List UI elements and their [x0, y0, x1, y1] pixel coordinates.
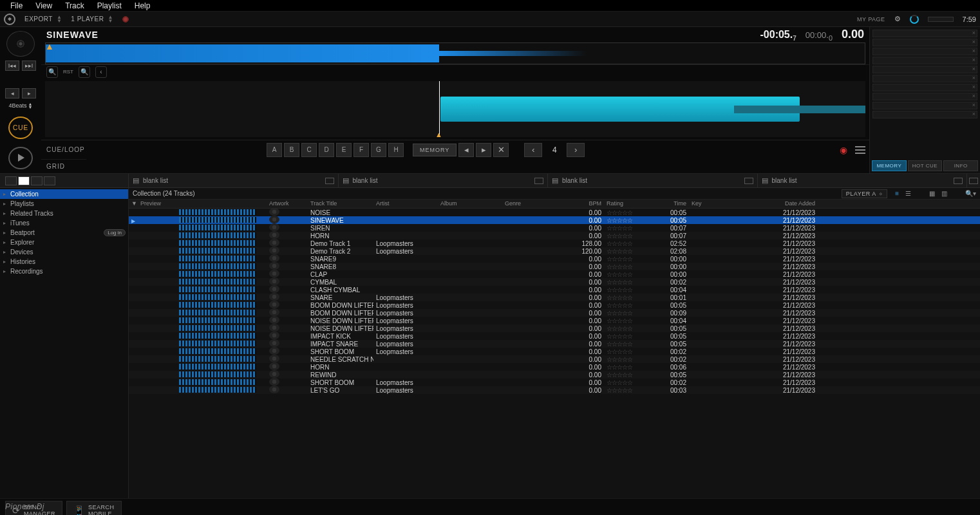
table-row[interactable]: NOISE DOWN LIFTER2Loopmasters0.00☆☆☆☆☆00… [129, 324, 980, 332]
memory-slot[interactable]: × [872, 93, 977, 100]
rating-stars[interactable]: ☆☆☆☆☆ [607, 371, 632, 379]
close-icon[interactable]: × [972, 48, 975, 54]
record-icon[interactable] [122, 16, 129, 23]
preview-waveform[interactable] [179, 364, 256, 370]
table-row[interactable]: REWIND0.00☆☆☆☆☆00:0521/12/2023 [129, 371, 980, 379]
rating-stars[interactable]: ☆☆☆☆☆ [607, 348, 632, 355]
rating-stars[interactable]: ☆☆☆☆☆ [607, 310, 632, 317]
table-row[interactable]: IMPACT KICKLoopmasters0.00☆☆☆☆☆00:0521/1… [129, 332, 980, 340]
preview-waveform[interactable] [179, 217, 256, 223]
table-row[interactable]: Demo Track 1Loopmasters128.00☆☆☆☆☆02:522… [129, 239, 980, 247]
col-filter[interactable]: ▼ [129, 200, 138, 208]
rating-stars[interactable]: ☆☆☆☆☆ [607, 217, 632, 224]
rating-stars[interactable]: ☆☆☆☆☆ [607, 294, 632, 301]
table-row[interactable]: SNARE90.00☆☆☆☆☆00:0021/12/2023 [129, 255, 980, 263]
hotcue-h-button[interactable]: H [388, 143, 404, 157]
hotcue-d-button[interactable]: D [319, 143, 334, 157]
view-mode-1[interactable] [5, 176, 17, 185]
rating-stars[interactable]: ☆☆☆☆☆ [607, 271, 632, 278]
table-row[interactable]: HORN0.00☆☆☆☆☆00:0621/12/2023 [129, 363, 980, 371]
zoom-out-icon[interactable]: 🔍 [46, 66, 58, 78]
preview-waveform[interactable] [179, 248, 256, 254]
close-icon[interactable]: × [972, 57, 975, 63]
memory-slot[interactable]: × [872, 75, 977, 82]
preview-waveform[interactable] [179, 286, 256, 292]
table-row[interactable]: CYMBAL0.00☆☆☆☆☆00:0221/12/2023 [129, 278, 980, 286]
zoom-in-icon[interactable]: 🔍 [79, 66, 90, 78]
table-row[interactable]: SHORT BOOMLoopmasters0.00☆☆☆☆☆00:0221/12… [129, 379, 980, 386]
rating-stars[interactable]: ☆☆☆☆☆ [607, 317, 632, 324]
preview-waveform[interactable] [179, 232, 256, 238]
hotcue-b-button[interactable]: B [284, 143, 299, 157]
hotcue-a-button[interactable]: A [267, 143, 282, 157]
page-next-button[interactable]: › [567, 143, 585, 157]
menu-file[interactable]: File [4, 0, 29, 12]
table-row[interactable]: CLAP0.00☆☆☆☆☆00:0021/12/2023 [129, 270, 980, 278]
player-count-select[interactable]: 1 PLAYER▲▼ [71, 15, 113, 23]
vinyl-jog[interactable] [6, 31, 35, 57]
sidebar-item-histories[interactable]: Histories [0, 257, 128, 267]
beat-count[interactable]: 4Beats▲▼ [9, 102, 33, 109]
preview-waveform[interactable] [179, 279, 256, 285]
preview-waveform[interactable] [179, 333, 256, 339]
rating-stars[interactable]: ☆☆☆☆☆ [607, 279, 632, 286]
zoom-reset[interactable]: RST [63, 69, 73, 75]
search-mobile-button[interactable]: 📱 SEARCHMOBILE [66, 501, 122, 516]
table-row[interactable]: SHORT BOOMLoopmasters0.00☆☆☆☆☆00:0221/12… [129, 348, 980, 355]
col-title[interactable]: Track Title [308, 200, 373, 208]
memory-prev-button[interactable]: ◂ [458, 143, 474, 157]
preview-waveform[interactable] [179, 379, 256, 385]
memory-slot[interactable]: × [872, 102, 977, 109]
preview-waveform[interactable] [179, 387, 256, 393]
hotcue-c-button[interactable]: C [301, 143, 317, 157]
memory-slot[interactable]: × [872, 66, 977, 73]
sidebar-item-related-tracks[interactable]: Related Tracks [0, 209, 128, 218]
col-rating[interactable]: Rating [604, 200, 652, 208]
rating-stars[interactable]: ☆☆☆☆☆ [607, 356, 632, 363]
preview-waveform[interactable] [179, 325, 256, 331]
table-row[interactable]: NOISE0.00☆☆☆☆☆00:0521/12/2023 [129, 209, 980, 216]
side-tab-hotcue[interactable]: HOT CUE [908, 160, 943, 171]
rating-stars[interactable]: ☆☆☆☆☆ [607, 286, 632, 294]
side-tab-memory[interactable]: MEMORY [872, 160, 907, 171]
col-time[interactable]: Time [652, 200, 689, 208]
preview-waveform[interactable] [179, 302, 256, 308]
col-album[interactable]: Album [438, 200, 502, 208]
close-icon[interactable]: × [972, 84, 975, 90]
sidebar-item-explorer[interactable]: Explorer [0, 238, 128, 247]
export-button[interactable]: EXPORT▲▼ [24, 15, 62, 23]
pane-4-header[interactable]: ▤ blank list [758, 174, 968, 187]
my-page-link[interactable]: MY PAGE [857, 16, 885, 23]
table-row[interactable]: BOOM DOWN LIFTER1Loopmasters0.00☆☆☆☆☆00:… [129, 301, 980, 309]
rating-stars[interactable]: ☆☆☆☆☆ [607, 263, 632, 270]
view-detail-icon[interactable]: ☰ [905, 190, 911, 197]
preview-waveform[interactable] [179, 348, 256, 354]
preview-waveform[interactable] [179, 263, 256, 269]
table-row[interactable]: Demo Track 2Loopmasters120.00☆☆☆☆☆02:082… [129, 247, 980, 255]
preview-waveform[interactable] [179, 256, 256, 261]
pane-2-header[interactable]: ▤ blank list [339, 174, 549, 187]
memory-delete-button[interactable]: ✕ [493, 143, 509, 157]
preview-waveform[interactable] [179, 371, 256, 377]
table-row[interactable]: NEEDLE SCRATCH NO0.00☆☆☆☆☆00:0221/12/202… [129, 355, 980, 363]
memory-next-button[interactable]: ▸ [476, 143, 491, 157]
page-prev-button[interactable]: ‹ [524, 143, 542, 157]
record-cue-icon[interactable]: ◉ [840, 145, 847, 155]
rating-stars[interactable]: ☆☆☆☆☆ [607, 325, 632, 332]
table-row[interactable]: IMPACT SNARELoopmasters0.00☆☆☆☆☆00:0521/… [129, 340, 980, 348]
table-row[interactable]: SNARELoopmasters0.00☆☆☆☆☆00:0121/12/2023 [129, 294, 980, 301]
table-row[interactable]: CLASH CYMBAL0.00☆☆☆☆☆00:0421/12/2023 [129, 286, 980, 294]
col-date[interactable]: Date Added [753, 200, 818, 208]
waveform-overview[interactable]: ▲ [45, 42, 865, 64]
rating-stars[interactable]: ☆☆☆☆☆ [607, 302, 632, 309]
close-icon[interactable]: × [972, 30, 975, 36]
table-row[interactable]: SNARE80.00☆☆☆☆☆00:0021/12/2023 [129, 263, 980, 270]
close-icon[interactable]: × [972, 66, 975, 72]
collapse-left-icon[interactable]: ‹ [95, 66, 107, 78]
sidebar-item-beatport[interactable]: BeatportLog in [0, 228, 128, 238]
preview-waveform[interactable] [179, 271, 256, 277]
rating-stars[interactable]: ☆☆☆☆☆ [607, 232, 632, 239]
beat-left-button[interactable]: ◂ [5, 88, 19, 98]
view-grid-icon[interactable]: ▦ [929, 190, 935, 197]
preview-waveform[interactable] [179, 294, 256, 300]
